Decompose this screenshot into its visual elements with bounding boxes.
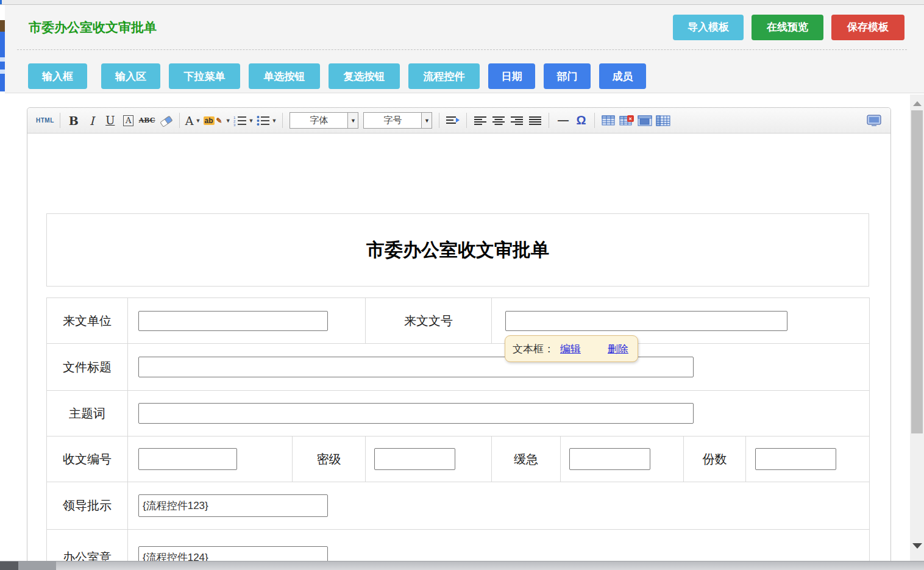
save-template-button[interactable]: 保存模板 (831, 15, 904, 40)
table-dense-grid-icon (656, 115, 670, 126)
widget-button-member[interactable]: 成员 (599, 63, 646, 89)
online-preview-button[interactable]: 在线预览 (752, 15, 823, 40)
align-justify-button[interactable] (527, 112, 543, 129)
table-row: 收文编号 密级 缓急 份数 (47, 436, 870, 482)
scroll-down-arrow-icon[interactable] (910, 541, 924, 550)
widget-button-department[interactable]: 部门 (544, 63, 591, 89)
highlight-ab-icon: ab (204, 116, 215, 125)
table-row: 主题词 (47, 391, 870, 436)
align-left-button[interactable] (472, 112, 488, 129)
label-source-unit: 来文单位 (47, 298, 128, 344)
font-family-value: 字体 (290, 113, 347, 128)
scroll-up-arrow-icon[interactable] (910, 99, 924, 108)
clipped-text-line (0, 57, 5, 62)
label-doc-title: 文件标题 (47, 344, 128, 391)
form-title-box: 市委办公室收文审批单 (46, 213, 869, 287)
widget-button-input-area[interactable]: 输入区 (101, 63, 160, 89)
unordered-list-button[interactable]: ▼ (257, 112, 277, 129)
content-area: HTML B I U A ABC A ▼ ab (5, 94, 910, 561)
scrollbar-thumb[interactable] (911, 110, 923, 433)
chevron-down-icon: ▼ (249, 118, 254, 124)
widget-button-date[interactable]: 日期 (488, 63, 535, 89)
table-icon (602, 115, 615, 126)
window-top-edge (0, 0, 924, 5)
import-template-button[interactable]: 导入模板 (673, 15, 744, 40)
widget-button-radio[interactable]: 单选按钮 (249, 63, 320, 89)
label-doc-number: 来文文号 (366, 298, 492, 344)
text-style-button[interactable]: A (121, 112, 137, 129)
page-header: 市委办公室收文审批单 导入模板 在线预览 保存模板 输入框 输入区 下拉菜单 单… (5, 5, 924, 93)
table-cell-properties-button[interactable] (637, 112, 653, 129)
chevron-down-icon: ▼ (195, 118, 201, 124)
receipt-number-input[interactable] (138, 448, 237, 470)
source-code-button[interactable]: HTML (36, 112, 54, 129)
office-opinion-input[interactable] (138, 546, 328, 561)
monitor-icon (867, 115, 881, 127)
font-size-select[interactable]: 字号 ▼ (363, 112, 432, 129)
table-row: 来文单位 来文文号 (47, 298, 870, 344)
table-row: 办公室意 (47, 530, 870, 561)
table-row: 领导批示 (47, 482, 870, 530)
special-character-button[interactable]: Ω (573, 112, 589, 129)
vertical-scrollbar[interactable] (910, 94, 924, 561)
toolbar-separator (60, 113, 60, 128)
widget-button-dropdown[interactable]: 下拉菜单 (169, 63, 240, 89)
font-family-select[interactable]: 字体 ▼ (290, 112, 358, 129)
label-copies: 份数 (684, 436, 746, 482)
bottom-scrollbar-strip[interactable] (0, 561, 924, 570)
widget-button-row: 输入框 输入区 下拉菜单 单选按钮 复选按钮 流程控件 日期 部门 成员 (5, 50, 924, 89)
italic-button[interactable]: I (84, 112, 100, 129)
delete-table-button[interactable]: × (619, 112, 634, 129)
strikethrough-button[interactable]: ABC (139, 112, 155, 129)
source-unit-input[interactable] (138, 311, 328, 331)
leader-comment-input[interactable] (138, 494, 328, 517)
delete-link[interactable]: 删除 (608, 342, 628, 356)
widget-button-input-box[interactable]: 输入框 (28, 63, 87, 89)
font-color-a-icon: A (185, 114, 194, 127)
widget-tooltip: 文本框： 编辑 删除 (505, 335, 638, 362)
table-row: 文件标题 (47, 344, 870, 391)
form-table: 来文单位 来文文号 文件标题 主题词 收文编号 密级 (46, 297, 870, 561)
header-actions: 导入模板 在线预览 保存模板 (673, 15, 904, 40)
boxed-a-icon: A (123, 115, 133, 126)
clipped-icon (0, 20, 5, 32)
align-left-icon (474, 116, 486, 126)
underline-button[interactable]: U (102, 112, 118, 129)
fullscreen-button[interactable] (866, 112, 882, 129)
table-grid-button[interactable] (655, 112, 671, 129)
edit-link[interactable]: 编辑 (560, 342, 581, 356)
horizontal-rule-button[interactable]: — (555, 112, 570, 129)
left-edge-clipped-panel (0, 5, 5, 91)
bottom-bar-mid-segment (18, 561, 56, 570)
bold-button[interactable]: B (66, 112, 82, 129)
font-color-button[interactable]: A ▼ (185, 112, 201, 129)
header-top-row: 市委办公室收文审批单 导入模板 在线预览 保存模板 (5, 5, 924, 43)
widget-button-checkbox[interactable]: 复选按钮 (329, 63, 400, 89)
align-justify-icon (529, 116, 541, 126)
svg-text:3: 3 (233, 123, 236, 126)
align-center-button[interactable] (491, 112, 506, 129)
toolbar-separator (594, 113, 595, 128)
clipped-text-line (0, 69, 5, 74)
ordered-list-icon: 1 2 3 (233, 115, 247, 126)
copies-input[interactable] (755, 448, 836, 470)
remove-format-button[interactable] (158, 112, 174, 129)
form-title: 市委办公室收文审批单 (366, 238, 549, 263)
widget-button-flow-control[interactable]: 流程控件 (408, 63, 480, 89)
bottom-bar-dark-segment (0, 561, 18, 570)
font-size-value: 字号 (364, 113, 421, 128)
table-merged-cell-icon (638, 115, 652, 126)
insert-table-button[interactable] (600, 112, 616, 129)
keywords-input[interactable] (138, 403, 694, 424)
urgency-input[interactable] (569, 448, 650, 470)
editor-canvas[interactable]: 市委办公室收文审批单 来文单位 来文文号 文件标题 主 (27, 134, 890, 561)
doc-number-input[interactable] (505, 311, 787, 331)
label-secret-level: 密级 (293, 436, 366, 482)
secret-level-input[interactable] (374, 448, 455, 470)
svg-text:×: × (629, 116, 632, 122)
ordered-list-button[interactable]: 1 2 3 ▼ (233, 112, 254, 129)
toolbar-separator (549, 113, 549, 128)
indent-button[interactable] (445, 112, 461, 129)
highlight-color-button[interactable]: ab ✎ ▼ (204, 112, 231, 129)
align-right-button[interactable] (509, 112, 525, 129)
